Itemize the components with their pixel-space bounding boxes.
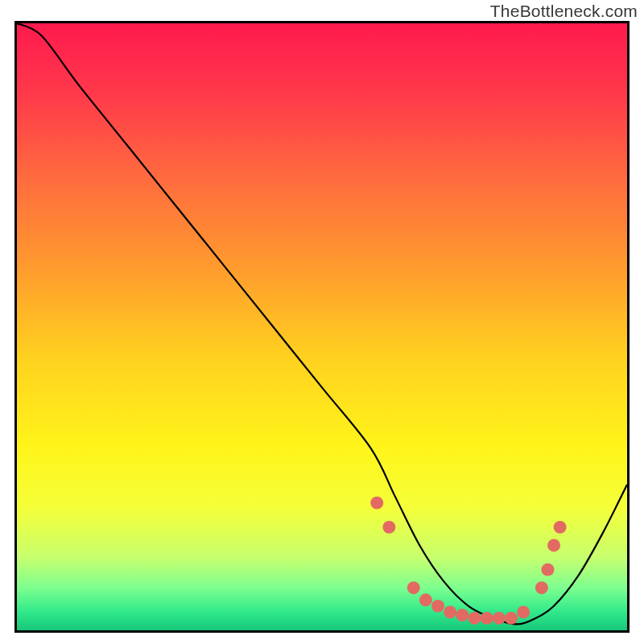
optimum-dot: [431, 600, 444, 613]
optimum-dot: [554, 521, 567, 534]
optimum-dot: [382, 521, 395, 534]
plot-svg: [17, 23, 627, 630]
optimum-dot: [419, 593, 432, 606]
optimum-dot: [505, 612, 518, 625]
optimum-dot: [517, 605, 530, 618]
plot-area: [14, 21, 630, 633]
optimum-dot: [547, 539, 560, 552]
watermark-text: TheBottleneck.com: [490, 2, 638, 21]
optimum-dot: [481, 612, 493, 625]
optimum-dot: [456, 609, 469, 621]
optimum-dot: [541, 564, 554, 576]
chart-container: TheBottleneck.com: [0, 0, 644, 644]
optimum-dot: [535, 581, 548, 594]
gradient-background: [17, 23, 627, 630]
optimum-dot: [469, 612, 481, 625]
optimum-dot: [407, 581, 420, 594]
optimum-dot: [370, 497, 383, 510]
optimum-dot: [444, 605, 456, 618]
optimum-dot: [493, 612, 506, 625]
